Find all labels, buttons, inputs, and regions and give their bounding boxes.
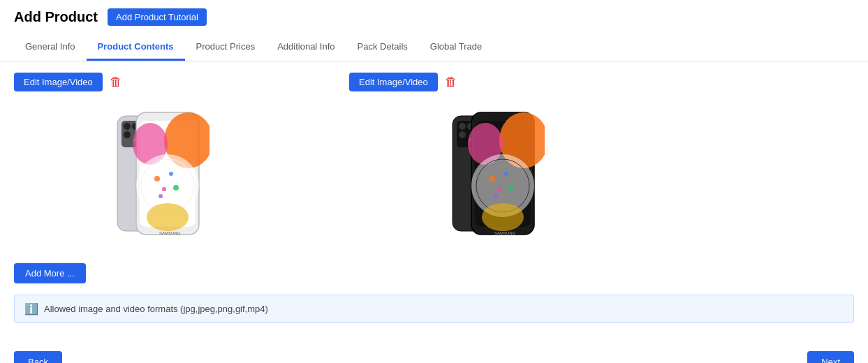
tab-product-prices[interactable]: Product Prices	[185, 34, 267, 61]
phone-black-svg: SAMSUNG	[447, 105, 545, 245]
info-bar-text: Allowed image and video formats (jpg,jpe…	[44, 304, 268, 314]
edit-image-btn-1[interactable]: Edit Image/Video	[14, 73, 103, 91]
svg-point-14	[162, 187, 166, 191]
image-section-1: Edit Image/Video 🗑	[14, 73, 321, 252]
page-title: Add Product	[14, 9, 98, 25]
delete-icon-1[interactable]: 🗑	[110, 75, 122, 89]
info-bar: ℹ️ Allowed image and video formats (jpg,…	[14, 295, 854, 323]
svg-point-34	[508, 185, 514, 191]
svg-point-23	[459, 131, 466, 138]
svg-point-15	[173, 185, 179, 191]
image-toolbar-2: Edit Image/Video 🗑	[349, 73, 457, 91]
edit-image-btn-2[interactable]: Edit Image/Video	[349, 73, 438, 91]
svg-text:SAMSUNG: SAMSUNG	[159, 231, 181, 235]
tutorial-button[interactable]: Add Product Tutorial	[108, 8, 207, 26]
svg-point-35	[494, 194, 498, 198]
svg-point-32	[504, 172, 508, 176]
images-row: Edit Image/Video 🗑	[14, 73, 854, 252]
svg-point-13	[169, 172, 173, 176]
svg-text:SAMSUNG: SAMSUNG	[494, 231, 516, 235]
tab-general-info[interactable]: General Info	[14, 34, 87, 61]
back-button[interactable]: Back	[14, 351, 62, 363]
svg-point-4	[124, 131, 131, 138]
product-image-1: SAMSUNG	[14, 98, 307, 252]
phone-white-svg: SAMSUNG	[112, 105, 209, 245]
add-more-button[interactable]: Add More ...	[14, 263, 86, 283]
delete-icon-2[interactable]: 🗑	[445, 75, 457, 89]
svg-point-17	[147, 203, 189, 231]
tabs-bar: General Info Product Contents Product Pr…	[0, 34, 868, 61]
tab-pack-details[interactable]: Pack Details	[346, 34, 419, 61]
svg-point-12	[154, 176, 160, 182]
svg-point-2	[124, 123, 131, 130]
svg-point-36	[482, 203, 524, 231]
header: Add Product Add Product Tutorial	[0, 0, 868, 34]
svg-point-16	[159, 194, 163, 198]
image-toolbar-1: Edit Image/Video 🗑	[14, 73, 122, 91]
svg-point-33	[497, 187, 501, 191]
footer: Back Next	[0, 340, 868, 363]
main-content: Edit Image/Video 🗑	[0, 61, 868, 334]
svg-point-21	[459, 123, 466, 130]
info-icon: ℹ️	[24, 302, 38, 316]
tab-additional-info[interactable]: Additional Info	[266, 34, 346, 61]
image-section-2: Edit Image/Video 🗑	[349, 73, 656, 252]
tab-product-contents[interactable]: Product Contents	[87, 34, 185, 61]
tab-global-trade[interactable]: Global Trade	[419, 34, 493, 61]
svg-point-31	[490, 176, 495, 182]
next-button[interactable]: Next	[807, 351, 854, 363]
product-image-2: SAMSUNG	[349, 98, 642, 252]
